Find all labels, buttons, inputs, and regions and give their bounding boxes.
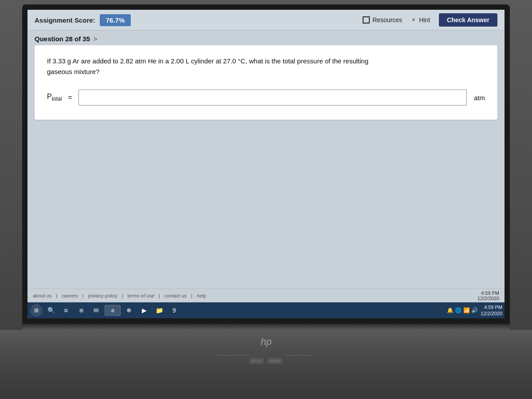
- left-speaker: [218, 355, 248, 356]
- laptop-base: hp prt sc delete: [0, 330, 532, 392]
- assignment-score-label: Assignment Score:: [35, 16, 95, 24]
- taskbar-snowflake-icon[interactable]: ❄: [122, 304, 136, 317]
- resources-label: Resources: [372, 16, 402, 23]
- footer-separator5: |: [191, 293, 192, 298]
- speaker-grilles: [218, 352, 314, 356]
- footer-help[interactable]: help: [197, 293, 206, 298]
- question-number: Question 28 of 35: [35, 35, 90, 43]
- footer-contact-us[interactable]: contact us: [164, 293, 187, 298]
- unit-label: atm: [474, 94, 485, 102]
- taskbar: ⊞ 🔍 ⧉ ⊞ ✉ a ❄ ▶ 📁 9 🔔 🌐 📶 🔊 4: [27, 302, 505, 318]
- bottom-keys-area: prt sc delete: [250, 358, 283, 364]
- laptop-shell: Assignment Score: 76.7% Resources ⚬ Hint…: [0, 0, 532, 399]
- footer-date: 12/2/2020: [477, 296, 499, 301]
- top-bar-right: Resources ⚬ Hint Check Answer: [363, 13, 497, 27]
- question-header: Question 28 of 35 >: [27, 31, 505, 45]
- taskbar-system-tray: 🔔 🌐 📶 🔊: [447, 307, 478, 313]
- taskbar-folder-icon[interactable]: 📁: [153, 304, 166, 317]
- equals-sign: =: [68, 94, 72, 102]
- taskbar-text-input-icon[interactable]: a: [105, 305, 121, 316]
- taskbar-right: 🔔 🌐 📶 🔊 4:59 PM 12/2/2020 💬: [447, 304, 505, 317]
- score-badge: 76.7%: [100, 14, 131, 26]
- footer-time-area: 4:59 PM 12/2/2020: [477, 290, 499, 301]
- check-answer-label: Check Answer: [447, 16, 489, 23]
- chevron-right-icon[interactable]: >: [94, 35, 97, 43]
- p-total-sub: total: [52, 96, 62, 102]
- taskbar-app-icon[interactable]: 9: [168, 304, 181, 317]
- laptop-hinge: [22, 324, 510, 330]
- assignment-score-area: Assignment Score: 76.7%: [35, 14, 131, 26]
- question-line2: gaseous mixture?: [47, 68, 99, 75]
- taskbar-date-value: 12/2/2020: [481, 310, 502, 317]
- question-card: If 3.33 g Ar are added to 2.82 atm He in…: [35, 45, 497, 120]
- right-speaker: [284, 355, 314, 356]
- top-bar: Assignment Score: 76.7% Resources ⚬ Hint…: [27, 10, 505, 31]
- taskbar-apps-icon[interactable]: ⊞: [74, 304, 88, 317]
- taskbar-start-button[interactable]: ⊞: [30, 304, 43, 317]
- hp-logo: hp: [261, 336, 272, 348]
- footer-separator2: |: [82, 293, 84, 298]
- question-text: If 3.33 g Ar are added to 2.82 atm He in…: [47, 56, 485, 77]
- footer-separator4: |: [159, 293, 160, 298]
- footer-separator1: |: [56, 293, 57, 298]
- question-line1: If 3.33 g Ar are added to 2.82 atm He in…: [47, 57, 368, 65]
- taskbar-clock: 4:59 PM 12/2/2020: [481, 304, 502, 317]
- footer-separator3: |: [122, 293, 123, 298]
- resources-button[interactable]: Resources: [363, 16, 402, 23]
- answer-input[interactable]: [78, 90, 467, 106]
- hint-button[interactable]: ⚬ Hint: [411, 16, 430, 23]
- screen-footer: about us | careers | privacy policy | te…: [27, 289, 505, 302]
- prt-sc-key[interactable]: prt sc: [250, 358, 264, 364]
- hint-icon: ⚬: [411, 16, 416, 23]
- footer-about-us[interactable]: about us: [33, 293, 51, 298]
- hint-label: Hint: [419, 16, 430, 23]
- taskbar-search-icon[interactable]: 🔍: [44, 304, 58, 317]
- taskbar-media-icon[interactable]: ▶: [137, 304, 151, 317]
- taskbar-time-value: 4:59 PM: [481, 304, 502, 310]
- resources-icon: [363, 16, 370, 23]
- footer-time: 4:59 PM: [477, 290, 499, 296]
- footer-terms-of-use[interactable]: terms of use: [128, 293, 155, 298]
- footer-careers[interactable]: careers: [62, 293, 78, 298]
- check-answer-button[interactable]: Check Answer: [439, 13, 497, 27]
- taskbar-task-view-icon[interactable]: ⧉: [59, 304, 73, 317]
- taskbar-mail-icon[interactable]: ✉: [90, 304, 103, 317]
- delete-key[interactable]: delete: [267, 358, 283, 364]
- screen-content: Assignment Score: 76.7% Resources ⚬ Hint…: [27, 10, 505, 318]
- main-content: Question 28 of 35 > If 3.33 g Ar are add…: [27, 31, 505, 302]
- footer-privacy-policy[interactable]: privacy policy: [88, 293, 117, 298]
- p-total-label: Ptotal: [47, 93, 62, 102]
- content-spacer: [27, 124, 505, 289]
- answer-row: Ptotal = atm: [47, 90, 485, 106]
- screen-bezel: Assignment Score: 76.7% Resources ⚬ Hint…: [22, 4, 510, 324]
